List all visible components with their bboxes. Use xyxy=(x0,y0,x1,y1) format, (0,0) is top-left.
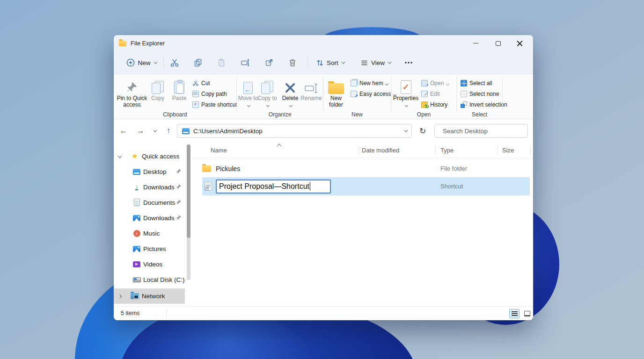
ribbon-item-label: Move to xyxy=(238,95,258,108)
sort-button[interactable]: Sort xyxy=(312,54,348,71)
ribbon-item-label: Copy xyxy=(151,95,164,101)
minimize-icon xyxy=(473,43,478,43)
copy-path-icon xyxy=(192,91,199,97)
document-icon xyxy=(134,199,140,206)
search-box[interactable] xyxy=(434,124,528,138)
file-explorer-window: File Explorer New xyxy=(114,35,533,320)
sidebar-item-desktop[interactable]: Desktop xyxy=(114,164,185,179)
sidebar-item-quick-access[interactable]: ★ Quick access xyxy=(114,149,185,164)
select-none-button[interactable]: Select none xyxy=(461,89,499,99)
back-button[interactable]: ← xyxy=(117,124,131,138)
scrollbar-thumb[interactable] xyxy=(187,144,190,238)
details-view-button[interactable] xyxy=(509,309,520,318)
properties-button[interactable]: ✓ Properties xyxy=(393,76,418,108)
new-folder-button[interactable]: New folder xyxy=(324,76,348,108)
see-more-button[interactable] xyxy=(399,54,418,71)
column-header-type[interactable]: Type xyxy=(440,147,454,154)
divider xyxy=(166,309,167,318)
ribbon-item-label: Properties xyxy=(393,95,419,108)
ribbon-cut-button[interactable]: Cut xyxy=(192,78,210,88)
cut-button[interactable] xyxy=(164,54,185,71)
select-all-button[interactable]: Select all xyxy=(461,78,492,88)
forward-button[interactable]: → xyxy=(133,124,147,138)
view-button[interactable]: View xyxy=(356,54,395,71)
refresh-button[interactable]: ↻ xyxy=(416,124,430,138)
easy-access-button[interactable]: ↗ Easy access xyxy=(351,89,396,99)
cut-icon xyxy=(170,58,179,67)
share-button[interactable] xyxy=(259,54,279,71)
edit-button[interactable]: Edit xyxy=(421,89,440,99)
new-item-icon xyxy=(351,80,357,86)
sidebar-item-label: Pictures xyxy=(143,245,166,252)
sidebar-item-downloads[interactable]: ↓ Downloads xyxy=(114,180,185,194)
ribbon-item-label: Copy path xyxy=(201,91,227,97)
close-button[interactable] xyxy=(509,35,530,51)
ribbon-copy-button[interactable]: Copy xyxy=(147,76,168,101)
sidebar-item-network[interactable]: Network xyxy=(114,288,185,304)
ribbon-group-label: Select xyxy=(457,111,502,118)
history-button[interactable]: ↻ History xyxy=(421,100,447,109)
search-input[interactable] xyxy=(443,128,526,135)
sidebar-item-label: Local Disk (C:) xyxy=(143,276,185,283)
column-header-name[interactable]: Name xyxy=(211,147,227,154)
file-row-project-proposal-shortcut[interactable]: ↗ Project Proposal—Shortcut Shortcut xyxy=(202,177,530,195)
sidebar-item-music[interactable]: ♪ Music xyxy=(114,226,185,241)
desktop-location-icon xyxy=(182,128,190,134)
ribbon: Pin to Quick access Copy Paste Cut Copy … xyxy=(114,74,533,119)
ribbon-paste-button[interactable]: Paste xyxy=(169,76,190,101)
invert-selection-button[interactable]: Invert selection xyxy=(461,100,507,109)
column-divider[interactable] xyxy=(359,145,359,155)
rename-text: Project Proposal—Shortcut xyxy=(219,182,309,191)
open-button[interactable]: ↗ Open xyxy=(421,78,449,88)
pin-to-quick-access-button[interactable]: Pin to Quick access xyxy=(117,76,147,108)
chevron-down-icon[interactable] xyxy=(118,154,122,158)
rename-button[interactable] xyxy=(235,54,256,71)
rename-input[interactable]: Project Proposal—Shortcut xyxy=(216,180,331,194)
chevron-down-icon xyxy=(341,60,345,64)
sidebar-item-downloads-2[interactable]: Downloads xyxy=(114,210,185,225)
address-bar[interactable]: C:\Users\Admin\Desktop xyxy=(177,124,412,138)
column-header-size[interactable]: Size xyxy=(502,147,514,154)
up-arrow-icon: ↑ xyxy=(167,126,171,136)
chevron-down-icon xyxy=(385,82,388,85)
ribbon-rename-button[interactable]: Rename xyxy=(299,76,323,101)
paste-button[interactable] xyxy=(211,54,232,71)
sort-icon xyxy=(316,59,324,67)
ribbon-delete-button[interactable]: Delete xyxy=(280,76,300,108)
titlebar[interactable]: File Explorer xyxy=(114,35,533,51)
file-row-pickules[interactable]: Pickules File folder xyxy=(202,161,530,176)
chevron-right-icon[interactable] xyxy=(118,294,122,298)
move-to-button[interactable]: ← Move to xyxy=(238,76,258,108)
minimize-button[interactable] xyxy=(465,35,486,51)
column-divider[interactable] xyxy=(435,145,436,155)
up-button[interactable]: ↑ xyxy=(161,124,176,138)
shortcut-icon: ↗ xyxy=(205,182,212,191)
copy-button[interactable] xyxy=(188,54,208,71)
copy-to-button[interactable]: Copy to xyxy=(257,76,278,108)
sidebar-item-label: Downloads xyxy=(143,215,175,222)
share-icon xyxy=(264,58,274,67)
pictures-icon xyxy=(133,246,140,252)
ribbon-paste-shortcut-button[interactable]: # Paste shortcut xyxy=(192,100,237,109)
cut-icon xyxy=(192,80,199,86)
download-icon: ↓ xyxy=(135,184,139,190)
column-header-date-modified[interactable]: Date modified xyxy=(362,147,399,154)
address-dropdown-chevron-icon[interactable] xyxy=(404,128,408,132)
delete-button[interactable] xyxy=(282,54,303,71)
sidebar-item-local-disk-c[interactable]: Local Disk (C:) xyxy=(114,272,185,287)
ribbon-item-label: Select all xyxy=(469,80,492,86)
new-item-button[interactable]: New hem xyxy=(351,78,388,88)
sidebar-item-documents[interactable]: Documents xyxy=(114,195,185,210)
column-divider[interactable] xyxy=(498,145,498,155)
sidebar-item-videos[interactable]: ▶ Videos xyxy=(114,257,185,272)
maximize-button[interactable] xyxy=(487,35,509,51)
sidebar-item-pictures[interactable]: Pictures xyxy=(114,241,185,256)
ribbon-copy-path-button[interactable]: Copy path xyxy=(192,89,227,99)
paste-icon xyxy=(217,58,226,67)
large-icons-view-button[interactable] xyxy=(522,309,532,318)
sidebar-scrollbar[interactable] xyxy=(187,144,190,280)
ribbon-group-label: New xyxy=(323,111,391,118)
column-divider[interactable] xyxy=(530,145,531,155)
recent-locations-button[interactable] xyxy=(149,124,160,138)
new-button[interactable]: New xyxy=(121,54,161,71)
